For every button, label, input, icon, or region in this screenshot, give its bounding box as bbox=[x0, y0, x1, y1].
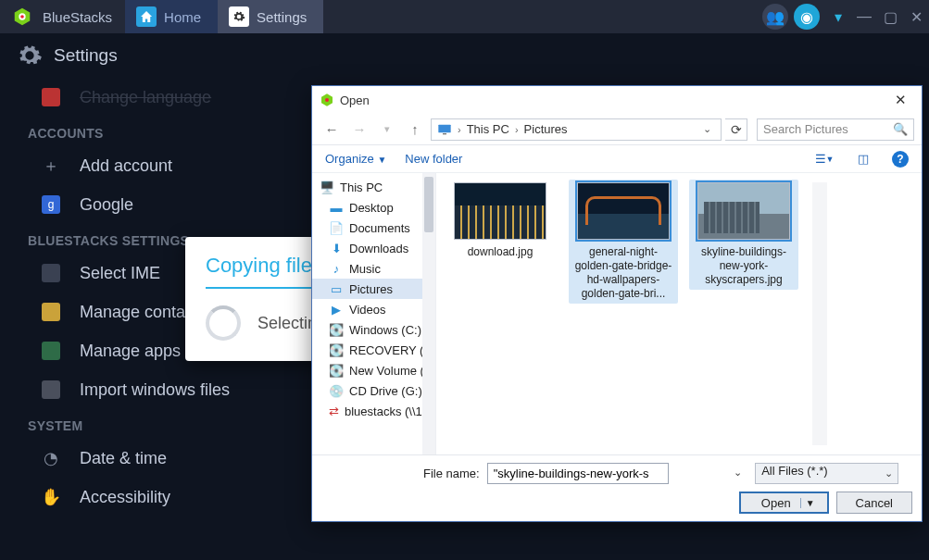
open-button[interactable]: Open▼ bbox=[739, 492, 829, 514]
tab-home-label: Home bbox=[164, 9, 201, 25]
desktop-icon: ▬ bbox=[329, 200, 344, 215]
nav-back-button[interactable]: ← bbox=[320, 118, 344, 142]
home-icon bbox=[136, 6, 157, 27]
tab-home[interactable]: Home bbox=[125, 0, 218, 33]
refresh-button[interactable]: ⟳ bbox=[725, 118, 747, 141]
file-type-filter[interactable]: All Files (*.*) ⌄ bbox=[755, 463, 898, 484]
folder-tree[interactable]: 🖥️This PC ▬Desktop 📄Documents ⬇Downloads… bbox=[312, 173, 436, 454]
drive-icon: 💽 bbox=[329, 363, 344, 378]
organize-menu[interactable]: Organize ▼ bbox=[325, 152, 386, 166]
tab-settings[interactable]: Settings bbox=[218, 0, 323, 33]
bluestacks-icon bbox=[320, 93, 334, 107]
svg-rect-4 bbox=[443, 133, 446, 134]
grid-scrollbar[interactable] bbox=[812, 182, 827, 445]
item-label: Date & time bbox=[80, 449, 167, 468]
bc-chevron-icon[interactable]: › bbox=[515, 124, 519, 135]
thumbnail-image bbox=[454, 182, 546, 240]
location-icon[interactable]: ◉ bbox=[794, 4, 820, 30]
maximize-button[interactable]: ▢ bbox=[877, 4, 903, 30]
thumbnail-image bbox=[577, 182, 670, 240]
nav-forward-button[interactable]: → bbox=[347, 118, 371, 142]
bc-pictures[interactable]: Pictures bbox=[524, 122, 568, 136]
settings-title: Settings bbox=[54, 45, 118, 66]
bc-dropdown-icon[interactable]: ⌄ bbox=[698, 123, 715, 135]
tree-drive-f[interactable]: 💽New Volume (F:) bbox=[312, 360, 435, 380]
network-drive-icon: ⇄ bbox=[329, 404, 339, 418]
chevron-down-icon: ▼ bbox=[377, 155, 386, 165]
drive-icon: 💽 bbox=[329, 342, 344, 357]
dialog-title: Open bbox=[340, 93, 370, 107]
open-split-dropdown[interactable]: ▼ bbox=[800, 498, 820, 508]
plus-icon: ＋ bbox=[41, 156, 61, 176]
clock-icon: ◔ bbox=[41, 448, 61, 468]
dialog-titlebar[interactable]: Open ✕ bbox=[312, 86, 922, 114]
file-item[interactable]: download.jpg bbox=[446, 182, 555, 259]
dialog-nav: ← → ▾ ↑ › This PC › Pictures ⌄ ⟳ Search … bbox=[312, 114, 922, 145]
minimize-button[interactable]: — bbox=[851, 4, 877, 30]
svg-point-1 bbox=[20, 15, 24, 19]
item-label: Manage apps bbox=[80, 342, 181, 361]
contacts-icon bbox=[41, 302, 61, 322]
new-folder-button[interactable]: New folder bbox=[405, 152, 462, 166]
preview-pane-button[interactable]: ◫ bbox=[853, 149, 873, 169]
apps-icon bbox=[41, 341, 61, 361]
gear-icon bbox=[229, 6, 249, 27]
tree-this-pc[interactable]: 🖥️This PC bbox=[312, 177, 435, 197]
tree-pictures[interactable]: ▭Pictures bbox=[312, 279, 435, 299]
spinner-icon bbox=[206, 305, 241, 341]
tree-scrollbar[interactable] bbox=[422, 173, 435, 454]
help-button[interactable]: ? bbox=[892, 151, 909, 168]
file-item[interactable]: skyline-buildings-new-york-skyscrapers.j… bbox=[689, 180, 798, 290]
file-item[interactable]: general-night-golden-gate-bridge-hd-wall… bbox=[569, 180, 678, 304]
search-input[interactable]: Search Pictures 🔍 bbox=[757, 118, 914, 141]
app-name: BlueStacks bbox=[43, 9, 112, 25]
bc-chevron-icon[interactable]: › bbox=[458, 124, 461, 135]
close-button[interactable]: ✕ bbox=[903, 4, 929, 30]
music-icon: ♪ bbox=[329, 261, 344, 276]
dialog-toolbar: Organize ▼ New folder ☰ ▼ ◫ ? bbox=[312, 145, 922, 173]
bluestacks-logo bbox=[9, 4, 35, 30]
dialog-close-button[interactable]: ✕ bbox=[886, 86, 914, 114]
search-icon: 🔍 bbox=[893, 122, 908, 136]
item-label: Import windows files bbox=[80, 380, 230, 400]
drive-icon: 💽 bbox=[329, 322, 344, 337]
community-icon[interactable]: 👥 bbox=[762, 4, 788, 30]
tree-network[interactable]: ⇄bluestacks (\\10... bbox=[312, 401, 435, 421]
chevron-down-icon: ⌄ bbox=[885, 467, 893, 479]
item-label: Change language bbox=[80, 88, 211, 107]
tree-desktop[interactable]: ▬Desktop bbox=[312, 197, 435, 218]
chevron-down-icon[interactable]: ⌄ bbox=[734, 467, 742, 479]
tree-downloads[interactable]: ⬇Downloads bbox=[312, 238, 435, 258]
monitor-icon bbox=[437, 123, 452, 136]
tree-videos[interactable]: ▶Videos bbox=[312, 299, 435, 319]
tree-drive-g[interactable]: 💿CD Drive (G:) bbox=[312, 380, 435, 401]
keyboard-icon bbox=[41, 263, 61, 283]
filename-input[interactable] bbox=[487, 463, 669, 484]
nav-history-dropdown[interactable]: ▾ bbox=[375, 118, 399, 142]
tab-settings-label: Settings bbox=[257, 9, 307, 25]
svg-rect-3 bbox=[438, 124, 450, 132]
documents-icon: 📄 bbox=[329, 220, 344, 235]
item-label: Select IME bbox=[80, 264, 160, 283]
flag-icon bbox=[41, 87, 61, 107]
file-grid[interactable]: download.jpg general-night-golden-gate-b… bbox=[436, 173, 922, 454]
view-mode-button[interactable]: ☰ ▼ bbox=[814, 149, 835, 169]
app-body: Settings Change language ACCOUNTS ＋ Add … bbox=[0, 33, 929, 560]
file-label: general-night-golden-gate-bridge-hd-wall… bbox=[571, 245, 675, 301]
tree-drive-c[interactable]: 💽Windows (C:) bbox=[312, 319, 435, 340]
breadcrumb[interactable]: › This PC › Pictures ⌄ bbox=[431, 118, 722, 141]
nav-up-button[interactable]: ↑ bbox=[403, 118, 427, 142]
tree-music[interactable]: ♪Music bbox=[312, 258, 435, 279]
thumbnail-image bbox=[697, 182, 790, 240]
titlebar: BlueStacks Home Settings 👥 ◉ ▾ — ▢ ✕ bbox=[0, 0, 929, 33]
dialog-footer: File name: ⌄ All Files (*.*) ⌄ Open▼ Can… bbox=[312, 454, 922, 521]
pictures-icon: ▭ bbox=[329, 281, 344, 296]
dropdown-icon[interactable]: ▾ bbox=[825, 4, 851, 30]
settings-header: Settings bbox=[0, 33, 929, 78]
tree-documents[interactable]: 📄Documents bbox=[312, 218, 435, 238]
downloads-icon: ⬇ bbox=[329, 241, 344, 255]
tree-drive-d[interactable]: 💽RECOVERY (D:) bbox=[312, 340, 435, 360]
cancel-button[interactable]: Cancel bbox=[836, 492, 912, 514]
search-placeholder: Search Pictures bbox=[763, 122, 848, 136]
bc-this-pc[interactable]: This PC bbox=[467, 122, 509, 136]
